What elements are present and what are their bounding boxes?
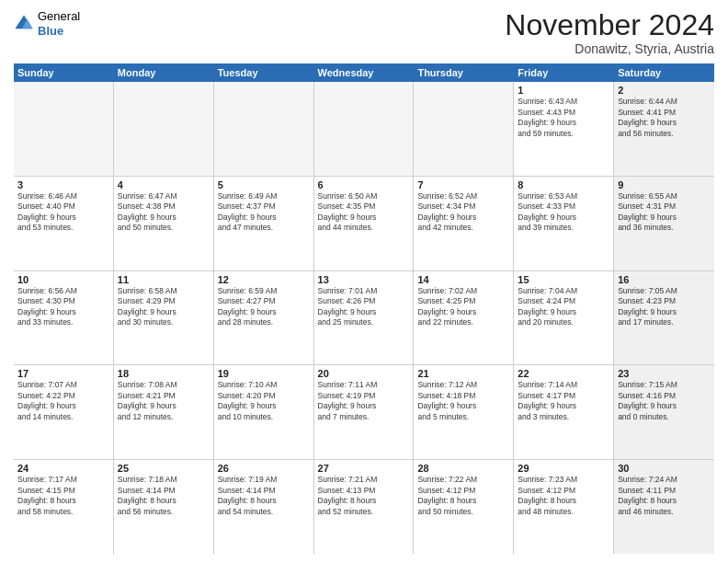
day-number: 12 — [218, 274, 310, 285]
weekday-header: Thursday — [414, 63, 514, 82]
day-info: Sunrise: 6:44 AM Sunset: 4:41 PM Dayligh… — [618, 97, 711, 139]
weekday-header: Sunday — [14, 63, 114, 82]
calendar-cell: 24Sunrise: 7:17 AM Sunset: 4:15 PM Dayli… — [14, 460, 114, 554]
day-info: Sunrise: 7:14 AM Sunset: 4:17 PM Dayligh… — [518, 380, 609, 422]
day-number: 29 — [518, 463, 609, 474]
calendar-cell: 8Sunrise: 6:53 AM Sunset: 4:33 PM Daylig… — [514, 177, 614, 270]
calendar-cell: 30Sunrise: 7:24 AM Sunset: 4:11 PM Dayli… — [614, 460, 714, 554]
day-info: Sunrise: 7:24 AM Sunset: 4:11 PM Dayligh… — [618, 475, 711, 517]
calendar-cell — [114, 82, 214, 176]
calendar-cell: 9Sunrise: 6:55 AM Sunset: 4:31 PM Daylig… — [614, 177, 714, 270]
day-number: 13 — [318, 274, 410, 285]
calendar-row: 3Sunrise: 6:46 AM Sunset: 4:40 PM Daylig… — [14, 177, 714, 271]
day-number: 22 — [518, 368, 609, 379]
day-number: 26 — [218, 463, 310, 474]
day-number: 16 — [618, 274, 711, 285]
day-info: Sunrise: 7:01 AM Sunset: 4:26 PM Dayligh… — [318, 286, 410, 328]
title-block: November 2024 Donawitz, Styria, Austria — [505, 9, 714, 56]
day-number: 3 — [17, 179, 109, 190]
calendar-cell: 22Sunrise: 7:14 AM Sunset: 4:17 PM Dayli… — [514, 365, 614, 459]
calendar-cell: 17Sunrise: 7:07 AM Sunset: 4:22 PM Dayli… — [14, 365, 114, 459]
calendar-cell: 26Sunrise: 7:19 AM Sunset: 4:14 PM Dayli… — [214, 460, 314, 554]
day-number: 17 — [17, 368, 109, 379]
day-info: Sunrise: 6:49 AM Sunset: 4:37 PM Dayligh… — [218, 191, 310, 234]
weekday-header: Friday — [514, 63, 614, 82]
calendar-cell: 16Sunrise: 7:05 AM Sunset: 4:23 PM Dayli… — [614, 271, 714, 365]
calendar-cell: 28Sunrise: 7:22 AM Sunset: 4:12 PM Dayli… — [414, 460, 514, 554]
calendar-cell: 19Sunrise: 7:10 AM Sunset: 4:20 PM Dayli… — [214, 365, 314, 459]
calendar-cell: 20Sunrise: 7:11 AM Sunset: 4:19 PM Dayli… — [314, 365, 415, 459]
calendar-cell: 6Sunrise: 6:50 AM Sunset: 4:35 PM Daylig… — [314, 177, 415, 270]
page: General Blue November 2024 Donawitz, Sty… — [0, 0, 728, 563]
calendar-row: 24Sunrise: 7:17 AM Sunset: 4:15 PM Dayli… — [14, 460, 714, 554]
header: General Blue November 2024 Donawitz, Sty… — [14, 9, 714, 56]
month-title: November 2024 — [505, 9, 714, 41]
day-number: 11 — [118, 274, 210, 285]
calendar: SundayMondayTuesdayWednesdayThursdayFrid… — [14, 63, 714, 554]
day-info: Sunrise: 7:15 AM Sunset: 4:16 PM Dayligh… — [618, 380, 711, 422]
calendar-row: 10Sunrise: 6:56 AM Sunset: 4:30 PM Dayli… — [14, 271, 714, 366]
logo-general: General — [38, 9, 80, 24]
calendar-cell: 10Sunrise: 6:56 AM Sunset: 4:30 PM Dayli… — [14, 271, 114, 365]
calendar-cell — [314, 82, 415, 176]
day-info: Sunrise: 7:02 AM Sunset: 4:25 PM Dayligh… — [417, 286, 509, 328]
calendar-cell: 3Sunrise: 6:46 AM Sunset: 4:40 PM Daylig… — [14, 177, 114, 270]
day-info: Sunrise: 6:50 AM Sunset: 4:35 PM Dayligh… — [318, 191, 410, 234]
weekday-header: Monday — [114, 63, 214, 82]
day-number: 5 — [218, 179, 310, 190]
day-info: Sunrise: 7:23 AM Sunset: 4:12 PM Dayligh… — [518, 475, 609, 517]
day-info: Sunrise: 6:53 AM Sunset: 4:33 PM Dayligh… — [518, 191, 609, 234]
calendar-cell: 12Sunrise: 6:59 AM Sunset: 4:27 PM Dayli… — [214, 271, 314, 365]
day-info: Sunrise: 7:05 AM Sunset: 4:23 PM Dayligh… — [618, 286, 711, 328]
day-info: Sunrise: 7:11 AM Sunset: 4:19 PM Dayligh… — [318, 380, 410, 422]
day-number: 1 — [518, 85, 609, 96]
day-number: 19 — [218, 368, 310, 379]
calendar-row: 1Sunrise: 6:43 AM Sunset: 4:43 PM Daylig… — [14, 82, 714, 177]
calendar-cell: 14Sunrise: 7:02 AM Sunset: 4:25 PM Dayli… — [414, 271, 514, 365]
day-number: 2 — [618, 85, 711, 96]
day-info: Sunrise: 7:22 AM Sunset: 4:12 PM Dayligh… — [417, 475, 509, 517]
day-number: 15 — [518, 274, 609, 285]
day-number: 7 — [417, 179, 509, 190]
day-info: Sunrise: 7:12 AM Sunset: 4:18 PM Dayligh… — [417, 380, 509, 422]
day-info: Sunrise: 7:04 AM Sunset: 4:24 PM Dayligh… — [518, 286, 609, 328]
calendar-cell: 11Sunrise: 6:58 AM Sunset: 4:29 PM Dayli… — [114, 271, 214, 365]
day-number: 30 — [618, 463, 711, 474]
logo-icon — [14, 14, 34, 34]
calendar-cell: 25Sunrise: 7:18 AM Sunset: 4:14 PM Dayli… — [114, 460, 214, 554]
logo: General Blue — [14, 9, 80, 38]
calendar-cell — [14, 82, 114, 176]
calendar-cell: 13Sunrise: 7:01 AM Sunset: 4:26 PM Dayli… — [314, 271, 415, 365]
logo-blue: Blue — [38, 24, 80, 39]
calendar-cell: 23Sunrise: 7:15 AM Sunset: 4:16 PM Dayli… — [614, 365, 714, 459]
weekday-header: Saturday — [614, 63, 714, 82]
day-number: 9 — [618, 179, 711, 190]
weekday-header: Tuesday — [214, 63, 314, 82]
day-number: 23 — [618, 368, 711, 379]
day-info: Sunrise: 6:47 AM Sunset: 4:38 PM Dayligh… — [118, 191, 210, 234]
day-info: Sunrise: 7:08 AM Sunset: 4:21 PM Dayligh… — [118, 380, 210, 422]
day-number: 20 — [318, 368, 410, 379]
day-info: Sunrise: 6:55 AM Sunset: 4:31 PM Dayligh… — [618, 191, 711, 234]
day-number: 24 — [17, 463, 109, 474]
calendar-header: SundayMondayTuesdayWednesdayThursdayFrid… — [14, 63, 714, 82]
day-number: 8 — [518, 179, 609, 190]
calendar-cell: 18Sunrise: 7:08 AM Sunset: 4:21 PM Dayli… — [114, 365, 214, 459]
day-info: Sunrise: 6:56 AM Sunset: 4:30 PM Dayligh… — [17, 286, 109, 328]
day-info: Sunrise: 6:58 AM Sunset: 4:29 PM Dayligh… — [118, 286, 210, 328]
day-info: Sunrise: 7:18 AM Sunset: 4:14 PM Dayligh… — [118, 475, 210, 517]
day-number: 14 — [417, 274, 509, 285]
day-number: 28 — [417, 463, 509, 474]
calendar-cell: 2Sunrise: 6:44 AM Sunset: 4:41 PM Daylig… — [614, 82, 714, 176]
calendar-cell: 15Sunrise: 7:04 AM Sunset: 4:24 PM Dayli… — [514, 271, 614, 365]
day-number: 18 — [118, 368, 210, 379]
day-number: 25 — [118, 463, 210, 474]
day-info: Sunrise: 6:59 AM Sunset: 4:27 PM Dayligh… — [218, 286, 310, 328]
day-info: Sunrise: 6:43 AM Sunset: 4:43 PM Dayligh… — [518, 97, 609, 139]
calendar-cell: 21Sunrise: 7:12 AM Sunset: 4:18 PM Dayli… — [414, 365, 514, 459]
calendar-row: 17Sunrise: 7:07 AM Sunset: 4:22 PM Dayli… — [14, 365, 714, 460]
day-info: Sunrise: 7:21 AM Sunset: 4:13 PM Dayligh… — [318, 475, 410, 517]
logo-text: General Blue — [38, 9, 80, 38]
day-number: 10 — [17, 274, 109, 285]
day-info: Sunrise: 7:10 AM Sunset: 4:20 PM Dayligh… — [218, 380, 310, 422]
